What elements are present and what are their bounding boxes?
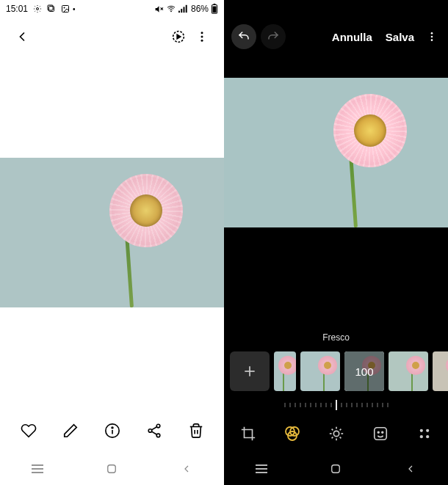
recents-nav-button[interactable]: [247, 454, 276, 484]
back-nav-button[interactable]: [396, 454, 425, 484]
image-status-icon: [61, 4, 70, 13]
more-options-button[interactable]: [190, 25, 214, 48]
svg-point-71: [377, 431, 379, 433]
svg-marker-16: [177, 34, 181, 39]
filter-thumb[interactable]: [389, 351, 428, 391]
status-bar-spacer: [224, 0, 448, 18]
svg-rect-80: [332, 465, 340, 473]
redo-button[interactable]: [261, 24, 286, 49]
screenshot-status-icon: [47, 4, 56, 13]
svg-point-23: [156, 424, 160, 428]
motion-photo-button[interactable]: [167, 25, 190, 48]
svg-point-19: [201, 40, 203, 42]
svg-point-4: [64, 7, 65, 9]
svg-point-18: [201, 36, 203, 38]
svg-rect-31: [108, 465, 116, 473]
intensity-slider[interactable]: [224, 395, 448, 415]
battery-percent: 86%: [191, 4, 209, 14]
mute-icon: [154, 4, 164, 14]
svg-point-61: [333, 431, 339, 436]
crop-tool[interactable]: [237, 423, 259, 445]
filter-name-label: Fresco: [224, 329, 448, 347]
home-nav-button[interactable]: [97, 454, 126, 484]
add-filter-button[interactable]: [230, 351, 270, 391]
edit-button[interactable]: [57, 417, 84, 444]
editor-tool-row: [224, 415, 448, 453]
favorite-button[interactable]: [15, 417, 42, 444]
svg-point-0: [37, 8, 39, 10]
filters-tool[interactable]: [281, 423, 303, 445]
signal-icon: [178, 4, 188, 13]
back-nav-button[interactable]: [172, 454, 201, 484]
gallery-top-bar: [0, 18, 224, 56]
filter-thumb[interactable]: [433, 351, 448, 391]
svg-rect-14: [213, 7, 217, 13]
back-button[interactable]: [10, 25, 34, 48]
svg-point-75: [419, 435, 422, 438]
svg-point-24: [148, 429, 152, 433]
nav-bar: [0, 453, 224, 485]
svg-point-76: [426, 435, 429, 438]
settings-status-icon: [33, 4, 42, 13]
info-button[interactable]: [99, 417, 126, 444]
filter-strip[interactable]: 100: [224, 347, 448, 395]
editor-image-area[interactable]: [224, 56, 448, 249]
svg-rect-9: [181, 9, 182, 12]
svg-point-17: [201, 32, 203, 34]
undo-button[interactable]: [231, 24, 256, 49]
save-button[interactable]: Salva: [381, 28, 419, 46]
svg-point-33: [431, 36, 433, 38]
svg-line-69: [339, 429, 341, 431]
svg-point-34: [431, 39, 433, 41]
svg-rect-10: [183, 7, 184, 12]
photo-editor-screen: Annulla Salva Fresco 100: [224, 0, 448, 485]
filter-thumb-selected[interactable]: 100: [344, 351, 384, 391]
status-time: 15:01: [6, 4, 28, 14]
gallery-bottom-bar: [0, 409, 224, 453]
editor-top-bar: Annulla Salva: [224, 18, 448, 56]
svg-rect-13: [214, 4, 216, 4]
home-nav-button[interactable]: [321, 454, 350, 484]
recents-nav-button[interactable]: [23, 454, 52, 484]
more-tools[interactable]: [413, 423, 436, 445]
photo-preview: [0, 158, 224, 307]
gallery-image-area[interactable]: [0, 56, 224, 409]
editor-photo-preview: [224, 78, 448, 227]
svg-line-68: [331, 437, 333, 439]
svg-line-26: [151, 427, 156, 430]
editor-more-button[interactable]: [423, 31, 441, 43]
svg-line-27: [151, 431, 156, 434]
battery-icon: [211, 4, 218, 14]
svg-rect-70: [374, 428, 386, 440]
svg-point-73: [419, 429, 422, 432]
svg-rect-3: [62, 6, 69, 12]
svg-point-22: [112, 427, 113, 429]
svg-point-32: [431, 32, 433, 34]
filter-thumb[interactable]: [300, 351, 340, 391]
svg-rect-11: [186, 5, 187, 12]
filter-intensity-value: 100: [344, 351, 384, 391]
stickers-tool[interactable]: [369, 423, 391, 445]
filter-thumb[interactable]: [274, 351, 296, 391]
delete-button[interactable]: [183, 417, 209, 444]
dot-status-icon: •: [73, 5, 76, 13]
svg-point-25: [156, 434, 160, 437]
cancel-button[interactable]: Annulla: [328, 28, 377, 46]
adjust-tool[interactable]: [325, 423, 347, 445]
svg-line-66: [331, 429, 333, 431]
svg-point-72: [381, 431, 383, 433]
nav-bar: [224, 453, 448, 485]
wifi-icon: [166, 4, 176, 13]
share-button[interactable]: [141, 417, 167, 444]
status-bar: 15:01 • 86%: [0, 0, 224, 18]
svg-rect-8: [178, 11, 180, 13]
svg-line-67: [339, 437, 341, 439]
gallery-viewer-screen: 15:01 • 86%: [0, 0, 224, 485]
svg-point-7: [170, 11, 171, 12]
svg-point-74: [426, 429, 429, 432]
